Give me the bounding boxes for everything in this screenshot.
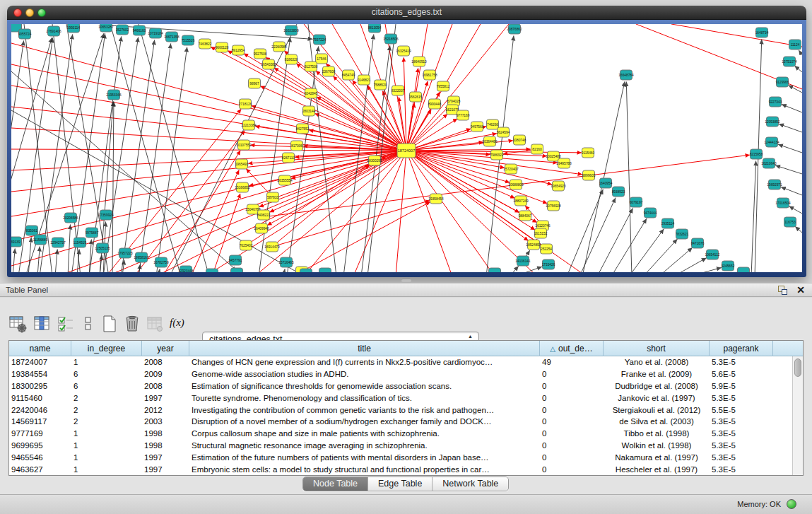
graph-node[interactable]: 12213384 [241,120,257,130]
network-window-titlebar[interactable]: citations_edges.txt [7,6,806,20]
select-all-rows-button[interactable] [57,315,76,334]
graph-node[interactable]: 8427552 [296,124,310,134]
graph-node[interactable]: 12923448 [178,266,194,272]
graph-node[interactable]: 27691406 [46,26,61,36]
graph-node[interactable]: 11124 [789,40,801,49]
graph-node[interactable]: 14136141 [515,256,531,266]
graph-node[interactable]: 18640910 [411,57,427,66]
graph-node[interactable]: 7955812 [437,81,450,91]
graph-node[interactable]: 16782759 [153,257,169,267]
graph-node[interactable]: 16355554 [277,175,293,185]
graph-node[interactable]: 16210643 [761,158,777,168]
table-row[interactable]: 946554611997Estimation of the future num… [9,452,792,464]
graph-node[interactable]: 7986322 [490,150,504,160]
graph-node[interactable]: 8938923 [612,187,625,197]
graph-node[interactable]: 10756928 [546,201,561,211]
graph-node[interactable]: 9975887 [86,228,99,238]
function-builder-button[interactable]: f(x) [170,316,189,336]
graph-node[interactable]: 252254 [541,244,553,254]
graph-node[interactable]: 17016504 [775,198,791,208]
graph-node[interactable] [738,267,750,272]
graph-node[interactable]: 9127508 [305,62,318,71]
graph-node[interactable]: 9474444 [644,208,657,218]
graph-node[interactable]: 7588520 [374,80,387,90]
graph-node[interactable]: 18524851 [526,240,541,250]
graph-node[interactable]: 1965493 [235,159,249,169]
graph-node[interactable] [231,268,243,272]
graph-node[interactable]: 2718126 [239,99,252,109]
graph-node[interactable]: 2935114 [661,218,675,228]
table-scrollbar[interactable] [792,356,803,475]
graph-node[interactable]: 587833 [267,192,279,202]
table-settings-button[interactable] [8,315,28,334]
graph-node[interactable]: 8912954 [232,45,245,55]
column-header-title[interactable]: title [189,341,540,356]
graph-node[interactable]: 1993114 [67,24,81,33]
graph-node[interactable]: 9884067 [519,211,532,221]
graph-node[interactable]: 817006 [291,141,303,151]
graph-node[interactable]: 9466160 [133,25,146,35]
graph-node[interactable] [489,268,501,272]
graph-node[interactable]: 15751074 [782,57,797,66]
graph-node[interactable]: 17359924 [98,210,114,220]
graph-node[interactable]: 9777169 [457,110,470,120]
graph-node[interactable]: 17957223 [117,248,133,258]
graph-node[interactable]: 16671358 [164,32,180,42]
graph-node[interactable]: 8454749 [342,70,355,80]
graph-node[interactable]: 6679197 [630,197,643,207]
graph-node[interactable]: 835061 [26,226,38,235]
graph-node[interactable]: 7515526 [182,35,195,45]
graph-node[interactable]: 19654923 [551,181,566,191]
graph-node[interactable]: 16325419 [396,46,411,56]
graph-node[interactable]: 116753 [784,217,796,227]
graph-node[interactable]: 19495788 [556,158,572,168]
network-canvas[interactable]: 9055724276914061993114106532871527602946… [11,24,802,272]
import-table-button[interactable] [146,315,165,334]
clear-selection-button[interactable] [79,315,99,334]
tab-network-table[interactable]: Network Table [433,477,508,491]
graph-node[interactable]: 9242845 [305,88,318,98]
graph-node[interactable]: 9927508 [254,49,267,59]
graph-node[interactable]: 7463822 [199,39,212,49]
graph-node[interactable]: 12942737 [50,238,66,247]
graph-node[interactable]: 19358454 [428,194,444,204]
graph-node[interactable]: 98967 [249,78,261,88]
column-header-year[interactable]: year [142,341,189,356]
graph-node[interactable] [206,269,218,272]
graph-node[interactable]: 11156889 [33,235,48,245]
graph-node[interactable]: 7625402 [240,240,253,250]
graph-node[interactable]: 7557224 [313,35,326,45]
graph-node[interactable]: 1648734 [755,28,769,37]
graph-node[interactable]: 12444134 [764,137,779,147]
graph-node[interactable]: 9497568 [471,122,484,132]
graph-node[interactable]: 9115460 [582,148,595,158]
graph-node[interactable]: 1562615 [409,92,423,102]
delete-table-button[interactable] [123,315,143,334]
graph-node[interactable]: 16961758 [422,70,437,80]
graph-node[interactable]: 1080748 [513,135,526,145]
graph-node[interactable]: 12093852 [765,117,780,127]
graph-node[interactable]: 8498222 [257,210,271,220]
tab-node-table[interactable]: Node Table [303,477,368,491]
graph-node[interactable]: 3624594 [497,127,510,137]
graph-node[interactable]: 9129966 [776,77,789,87]
table-row[interactable]: 1456911722003Disruption of a novel membe… [9,416,792,428]
graph-node[interactable]: 9899605 [582,170,596,180]
table-scrollbar-thumb[interactable] [794,358,801,377]
graph-node[interactable]: 39139 [11,237,22,247]
graph-node[interactable]: 20364486 [482,136,498,146]
table-row[interactable]: 977716911998Corpus callosum shape and si… [9,428,792,440]
graph-node[interactable]: 8990448 [428,99,442,109]
graph-node[interactable] [319,268,331,272]
float-panel-icon[interactable] [778,286,788,296]
graph-node[interactable]: 15716465 [278,257,294,267]
graph-node[interactable]: 16648784 [618,70,634,80]
graph-node[interactable]: 17546 [316,54,328,64]
table-row[interactable]: 969969511998Structural magnetic resonanc… [9,440,792,452]
graph-node[interactable]: 18724007 [397,144,416,158]
graph-node[interactable]: 16033809 [283,25,299,35]
graph-node[interactable]: 18807249 [513,196,529,206]
graph-node[interactable]: 8267110 [282,153,295,163]
table-row[interactable]: 1830029562008Estimation of significance … [9,380,792,392]
graph-node[interactable]: 10107552 [236,140,252,150]
